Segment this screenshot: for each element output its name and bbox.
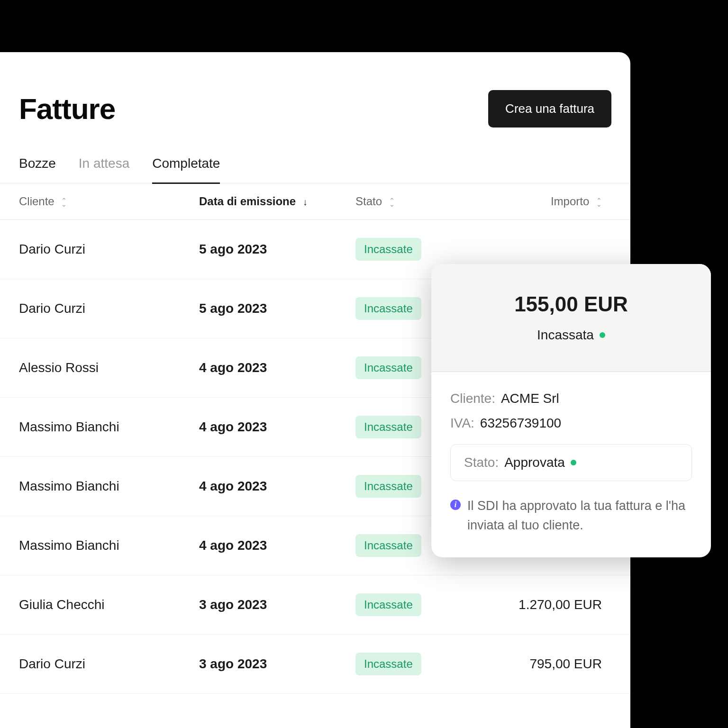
detail-stato-label: Stato: (464, 455, 499, 470)
col-header-cliente[interactable]: Cliente (19, 195, 199, 208)
col-header-data-label: Data di emissione (199, 195, 296, 208)
status-dot-icon (571, 460, 576, 465)
detail-header: 155,00 EUR Incassata (431, 264, 711, 372)
cell-data: 4 ago 2023 (199, 419, 355, 435)
cell-cliente: Dario Curzi (19, 242, 199, 257)
cell-data: 3 ago 2023 (199, 597, 355, 612)
col-header-data[interactable]: Data di emissione ↓ (199, 195, 355, 208)
detail-cliente-label: Cliente: (450, 391, 495, 406)
status-badge: Incassate (355, 356, 421, 379)
cell-data: 5 ago 2023 (199, 301, 355, 316)
col-header-importo[interactable]: Importo (498, 195, 611, 208)
cell-data: 4 ago 2023 (199, 538, 355, 553)
create-invoice-button[interactable]: Crea una fattura (488, 90, 611, 127)
cell-data: 3 ago 2023 (199, 656, 355, 672)
cell-stato: Incassate (355, 238, 498, 261)
detail-status-box: Stato: Approvata (450, 444, 692, 481)
invoice-detail-panel: 155,00 EUR Incassata Cliente: ACME Srl I… (431, 264, 711, 557)
cell-cliente: Giulia Checchi (19, 597, 199, 612)
cell-data: 5 ago 2023 (199, 242, 355, 257)
detail-body: Cliente: ACME Srl IVA: 63256739100 Stato… (431, 372, 711, 557)
sort-icon (389, 199, 395, 206)
cell-importo: 795,00 EUR (498, 656, 611, 672)
table-header: Cliente Data di emissione ↓ Stato Import… (0, 183, 630, 220)
detail-iva-label: IVA: (450, 416, 474, 431)
cell-cliente: Massimo Bianchi (19, 419, 199, 435)
cell-cliente: Alessio Rossi (19, 360, 199, 375)
info-icon: i (450, 500, 461, 510)
status-badge: Incassate (355, 416, 421, 438)
status-badge: Incassate (355, 238, 421, 261)
table-row[interactable]: Dario Curzi3 ago 2023Incassate795,00 EUR (0, 635, 630, 694)
col-header-cliente-label: Cliente (19, 195, 55, 208)
detail-row-iva: IVA: 63256739100 (450, 416, 692, 431)
cell-stato: Incassate (355, 653, 498, 675)
cell-stato: Incassate (355, 593, 498, 616)
cell-cliente: Dario Curzi (19, 301, 199, 316)
detail-cliente-value: ACME Srl (501, 391, 559, 406)
cell-cliente: Massimo Bianchi (19, 479, 199, 494)
status-badge: Incassate (355, 653, 421, 675)
cell-importo: 1.270,00 EUR (498, 597, 611, 612)
col-header-stato[interactable]: Stato (355, 195, 498, 208)
detail-iva-value: 63256739100 (480, 416, 561, 431)
sort-down-icon: ↓ (303, 197, 308, 207)
detail-info: i Il SDI ha approvato la tua fattura e l… (450, 496, 692, 535)
col-header-stato-label: Stato (355, 195, 382, 208)
tabs: Bozze In attesa Completate (0, 156, 630, 183)
cell-cliente: Dario Curzi (19, 656, 199, 672)
detail-stato-value: Approvata (504, 455, 565, 470)
status-badge: Incassate (355, 297, 421, 320)
cell-data: 4 ago 2023 (199, 360, 355, 375)
col-header-importo-label: Importo (551, 195, 589, 208)
tab-in-attesa[interactable]: In attesa (79, 156, 129, 184)
cell-data: 4 ago 2023 (199, 479, 355, 494)
status-badge: Incassate (355, 534, 421, 557)
status-badge: Incassate (355, 593, 421, 616)
table-row[interactable]: Giulia Checchi3 ago 2023Incassate1.270,0… (0, 575, 630, 635)
page-header: Fatture Crea una fattura (0, 52, 630, 156)
sort-icon (61, 199, 67, 206)
page-title: Fatture (19, 92, 115, 126)
tab-bozze[interactable]: Bozze (19, 156, 56, 184)
status-badge: Incassate (355, 475, 421, 498)
status-dot-icon (600, 332, 605, 338)
tab-completate[interactable]: Completate (152, 156, 220, 184)
cell-cliente: Massimo Bianchi (19, 538, 199, 553)
detail-status-label: Incassata (537, 328, 594, 343)
sort-icon (596, 199, 602, 206)
detail-amount: 155,00 EUR (450, 292, 692, 316)
detail-info-text: Il SDI ha approvato la tua fattura e l'h… (467, 496, 692, 535)
detail-row-cliente: Cliente: ACME Srl (450, 391, 692, 406)
detail-status: Incassata (450, 328, 692, 343)
